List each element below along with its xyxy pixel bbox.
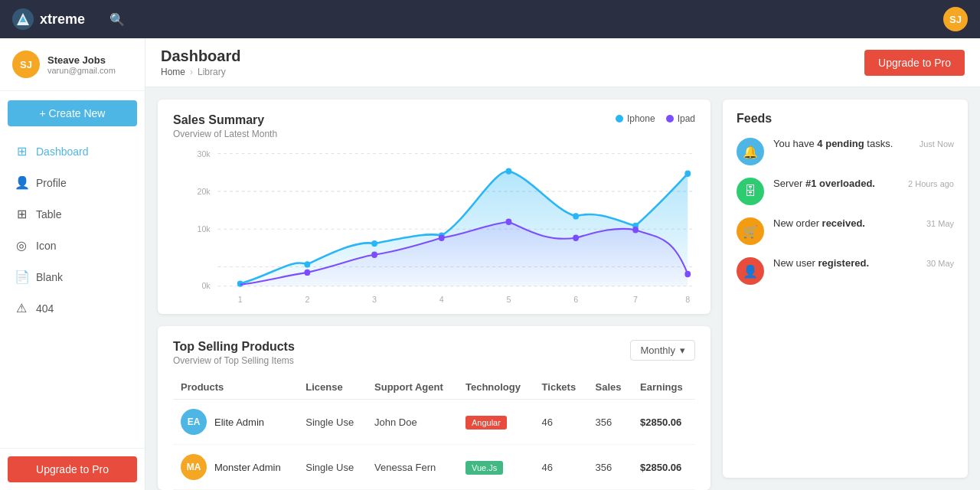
- svg-text:6: 6: [573, 294, 578, 303]
- feed-text-2: New order received.: [773, 217, 865, 229]
- content-area: Sales Summary Overview of Latest Month I…: [145, 87, 980, 490]
- sidebar-item-icon[interactable]: ◎ Icon: [0, 230, 145, 261]
- monthly-dropdown-button[interactable]: Monthly ▾: [630, 340, 695, 361]
- sidebar-item-blank[interactable]: 📄 Blank: [0, 261, 145, 292]
- sidebar-item-dashboard-label: Dashboard: [36, 145, 89, 158]
- monthly-label: Monthly: [640, 345, 675, 356]
- product-license-0: Single Use: [298, 400, 367, 445]
- products-table-container: Products License Support Agent Technolog…: [173, 375, 695, 490]
- chart-legend: Iphone Ipad: [616, 113, 695, 124]
- svg-point-25: [573, 213, 579, 219]
- svg-point-31: [506, 219, 512, 225]
- sidebar-item-profile-label: Profile: [36, 177, 67, 189]
- content-left: Sales Summary Overview of Latest Month I…: [158, 100, 710, 478]
- main-area: Dashboard Home › Library Upgrade to Pro …: [145, 38, 980, 490]
- sales-subtitle: Overview of Latest Month: [173, 129, 277, 139]
- sidebar-footer: Upgrade to Pro: [0, 448, 145, 490]
- topnav-user-avatar[interactable]: SJ: [943, 7, 968, 31]
- sidebar-upgrade-button[interactable]: Upgrade to Pro: [8, 456, 137, 482]
- legend-iphone-label: Iphone: [627, 113, 655, 124]
- product-name-1: Monster Admin: [214, 462, 281, 473]
- product-agent-0: John Doe: [367, 400, 458, 445]
- svg-point-30: [439, 235, 445, 241]
- sidebar-item-dashboard[interactable]: ⊞ Dashboard: [0, 136, 145, 167]
- icon-icon: ◎: [15, 238, 28, 253]
- tech-badge-0: Angular: [466, 416, 507, 430]
- top-selling-header: Top Selling Products Overview of Top Sel…: [173, 340, 695, 366]
- svg-text:30k: 30k: [197, 149, 211, 158]
- feed-bold-3: registered.: [818, 257, 869, 269]
- svg-point-21: [304, 261, 310, 267]
- sidebar-username: Steave Jobs: [47, 54, 116, 66]
- col-tickets: Tickets: [534, 375, 588, 400]
- product-earnings-0: $2850.06: [632, 400, 695, 445]
- table-row: EA Elite Admin Single Use John Doe Angul…: [173, 400, 695, 445]
- sidebar-create-section: + Create New: [8, 100, 137, 126]
- brand-icon: [12, 8, 34, 30]
- 404-icon: ⚠: [15, 301, 28, 315]
- page-title: Dashboard: [161, 47, 240, 65]
- legend-ipad-label: Ipad: [678, 113, 695, 124]
- feeds-title: Feeds: [737, 112, 954, 126]
- topnav-right: SJ: [943, 7, 968, 31]
- col-products: Products: [173, 375, 298, 400]
- upgrade-pro-button[interactable]: Upgrade to Pro: [864, 50, 965, 76]
- table-row: MA Monster Admin Single Use Venessa Fern…: [173, 445, 695, 490]
- sidebar-user-info: Steave Jobs varun@gmail.com: [47, 54, 116, 75]
- feed-row-2: New order received. 31 May: [773, 217, 954, 229]
- col-earnings: Earnings: [632, 375, 695, 400]
- svg-point-29: [371, 252, 377, 258]
- svg-point-33: [632, 227, 639, 233]
- sidebar-email: varun@gmail.com: [47, 66, 116, 75]
- top-selling-title: Top Selling Products: [173, 340, 295, 354]
- database-icon: 🗄: [737, 178, 764, 205]
- svg-point-28: [304, 270, 310, 276]
- product-tickets-1: 46: [534, 445, 588, 490]
- sidebar-item-table[interactable]: ⊞ Table: [0, 198, 145, 230]
- sidebar-item-404-label: 404: [36, 302, 54, 315]
- page-title-area: Dashboard Home › Library: [161, 47, 240, 77]
- product-license-1: Single Use: [298, 445, 367, 490]
- top-navigation: xtreme 🔍 SJ: [0, 0, 980, 38]
- svg-text:20k: 20k: [197, 187, 211, 196]
- feed-bold-1: #1 overloaded.: [805, 178, 875, 189]
- sidebar: SJ Steave Jobs varun@gmail.com + Create …: [0, 38, 145, 490]
- feed-text-3: New user registered.: [773, 257, 869, 269]
- feed-row-1: Server #1 overloaded. 2 Hours ago: [773, 178, 954, 189]
- bell-icon: 🔔: [737, 138, 764, 165]
- product-tech-1: Vue.Js: [458, 445, 534, 490]
- sales-summary-card: Sales Summary Overview of Latest Month I…: [158, 100, 710, 314]
- feeds-card: Feeds 🔔 You have 4 pending tasks. Just N…: [723, 100, 968, 478]
- avatar: SJ: [12, 51, 40, 78]
- create-new-button[interactable]: + Create New: [8, 100, 137, 126]
- product-earnings-1: $2850.06: [632, 445, 695, 490]
- feed-row-0: You have 4 pending tasks. Just Now: [773, 138, 954, 149]
- product-cell-1: MA Monster Admin: [173, 445, 298, 490]
- products-table: Products License Support Agent Technolog…: [173, 375, 695, 490]
- feed-body-3: New user registered. 30 May: [773, 257, 954, 269]
- product-avatar-0: EA: [181, 409, 207, 435]
- svg-point-27: [684, 171, 691, 177]
- sales-title-area: Sales Summary Overview of Latest Month: [173, 113, 277, 139]
- brand-logo: xtreme: [12, 8, 85, 30]
- feed-item-0: 🔔 You have 4 pending tasks. Just Now: [737, 138, 954, 165]
- blank-icon: 📄: [15, 270, 28, 284]
- top-selling-card: Top Selling Products Overview of Top Sel…: [158, 326, 710, 490]
- breadcrumb-home[interactable]: Home: [161, 67, 185, 77]
- sidebar-item-404[interactable]: ⚠ 404: [0, 292, 145, 324]
- product-tickets-0: 46: [534, 400, 588, 445]
- col-sales: Sales: [588, 375, 632, 400]
- top-selling-subtitle: Overview of Top Selling Items: [173, 355, 295, 366]
- svg-text:0k: 0k: [201, 281, 211, 290]
- col-tech: Technology: [458, 375, 534, 400]
- svg-point-34: [684, 271, 691, 277]
- sidebar-item-profile[interactable]: 👤 Profile: [0, 167, 145, 198]
- search-icon[interactable]: 🔍: [109, 12, 125, 27]
- feed-item-2: 🛒 New order received. 31 May: [737, 217, 954, 245]
- sidebar-user: SJ Steave Jobs varun@gmail.com: [0, 38, 145, 91]
- sales-summary-header: Sales Summary Overview of Latest Month I…: [173, 113, 695, 139]
- feed-body-1: Server #1 overloaded. 2 Hours ago: [773, 178, 954, 189]
- breadcrumb-separator: ›: [190, 67, 193, 77]
- svg-point-22: [371, 240, 377, 247]
- svg-point-32: [573, 235, 579, 241]
